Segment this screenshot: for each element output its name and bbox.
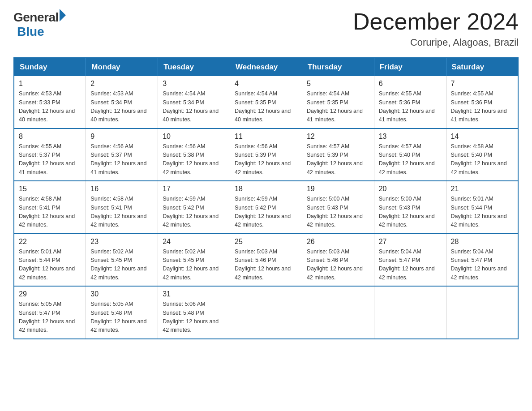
daylight-text: Daylight: 12 hours and 42 minutes. <box>163 318 219 333</box>
daylight-text: Daylight: 12 hours and 42 minutes. <box>379 213 435 228</box>
day-info: Sunrise: 5:01 AM Sunset: 5:44 PM Dayligh… <box>451 195 513 230</box>
calendar-cell: 21 Sunrise: 5:01 AM Sunset: 5:44 PM Dayl… <box>446 181 518 234</box>
daylight-text: Daylight: 12 hours and 42 minutes. <box>90 213 146 228</box>
sunrise-text: Sunrise: 5:00 AM <box>307 196 349 202</box>
day-number: 18 <box>235 185 297 193</box>
day-number: 21 <box>451 185 513 193</box>
sunset-text: Sunset: 5:42 PM <box>235 205 276 211</box>
month-title: December 2024 <box>353 9 519 34</box>
daylight-text: Daylight: 12 hours and 42 minutes. <box>19 265 75 280</box>
sunrise-text: Sunrise: 4:55 AM <box>379 90 421 97</box>
sunrise-text: Sunrise: 4:54 AM <box>235 90 277 97</box>
day-number: 14 <box>451 133 513 141</box>
sunrise-text: Sunrise: 5:02 AM <box>163 248 205 255</box>
sunrise-text: Sunrise: 4:56 AM <box>235 143 277 150</box>
daylight-text: Daylight: 12 hours and 42 minutes. <box>90 265 146 280</box>
sunrise-text: Sunrise: 4:58 AM <box>19 196 61 202</box>
day-info: Sunrise: 4:58 AM Sunset: 5:40 PM Dayligh… <box>451 142 513 177</box>
calendar-week-row: 1 Sunrise: 4:53 AM Sunset: 5:33 PM Dayli… <box>14 76 518 128</box>
calendar-week-row: 29 Sunrise: 5:05 AM Sunset: 5:47 PM Dayl… <box>14 286 518 339</box>
sunset-text: Sunset: 5:47 PM <box>451 257 492 263</box>
calendar-cell: 23 Sunrise: 5:02 AM Sunset: 5:45 PM Dayl… <box>86 234 158 287</box>
calendar-cell: 25 Sunrise: 5:03 AM Sunset: 5:46 PM Dayl… <box>230 234 302 287</box>
day-info: Sunrise: 5:03 AM Sunset: 5:46 PM Dayligh… <box>307 248 369 283</box>
day-info: Sunrise: 4:54 AM Sunset: 5:35 PM Dayligh… <box>235 90 297 124</box>
day-info: Sunrise: 5:05 AM Sunset: 5:47 PM Dayligh… <box>19 300 81 335</box>
day-info: Sunrise: 5:00 AM Sunset: 5:43 PM Dayligh… <box>379 195 442 230</box>
day-number: 28 <box>451 238 513 246</box>
calendar-cell: 13 Sunrise: 4:57 AM Sunset: 5:40 PM Dayl… <box>374 128 446 181</box>
sunrise-text: Sunrise: 4:57 AM <box>307 143 349 150</box>
day-number: 19 <box>307 185 369 193</box>
sunset-text: Sunset: 5:39 PM <box>235 152 276 158</box>
daylight-text: Daylight: 12 hours and 41 minutes. <box>307 108 363 123</box>
sunset-text: Sunset: 5:48 PM <box>90 310 132 316</box>
day-number: 1 <box>19 80 81 88</box>
daylight-text: Daylight: 12 hours and 42 minutes. <box>235 213 291 228</box>
calendar-cell: 17 Sunrise: 4:59 AM Sunset: 5:42 PM Dayl… <box>158 181 230 234</box>
sunset-text: Sunset: 5:34 PM <box>90 99 132 106</box>
sunrise-text: Sunrise: 4:58 AM <box>90 196 133 202</box>
sunrise-text: Sunrise: 4:59 AM <box>163 196 205 202</box>
calendar-cell: 6 Sunrise: 4:55 AM Sunset: 5:36 PM Dayli… <box>374 76 446 128</box>
calendar-cell: 5 Sunrise: 4:54 AM Sunset: 5:35 PM Dayli… <box>302 76 374 128</box>
day-number: 27 <box>379 238 442 246</box>
day-info: Sunrise: 4:56 AM Sunset: 5:38 PM Dayligh… <box>163 142 225 177</box>
day-info: Sunrise: 5:02 AM Sunset: 5:45 PM Dayligh… <box>90 248 153 283</box>
sunset-text: Sunset: 5:33 PM <box>19 99 60 106</box>
calendar-header-wednesday: Wednesday <box>230 58 302 76</box>
day-info: Sunrise: 4:58 AM Sunset: 5:41 PM Dayligh… <box>90 195 153 230</box>
sunrise-text: Sunrise: 4:55 AM <box>19 143 61 150</box>
day-number: 8 <box>19 133 81 141</box>
calendar-cell: 4 Sunrise: 4:54 AM Sunset: 5:35 PM Dayli… <box>230 76 302 128</box>
day-number: 17 <box>163 185 225 193</box>
sunset-text: Sunset: 5:40 PM <box>451 152 492 158</box>
calendar-cell <box>302 286 374 339</box>
day-number: 30 <box>90 290 153 298</box>
day-number: 15 <box>19 185 81 193</box>
calendar-cell: 9 Sunrise: 4:56 AM Sunset: 5:37 PM Dayli… <box>86 128 158 181</box>
sunset-text: Sunset: 5:46 PM <box>307 257 348 263</box>
day-number: 24 <box>163 238 225 246</box>
sunset-text: Sunset: 5:40 PM <box>379 152 420 158</box>
day-number: 7 <box>451 80 513 88</box>
logo-blue-text: Blue <box>17 25 44 39</box>
day-info: Sunrise: 4:57 AM Sunset: 5:39 PM Dayligh… <box>307 142 369 177</box>
calendar-cell: 15 Sunrise: 4:58 AM Sunset: 5:41 PM Dayl… <box>14 181 86 234</box>
sunset-text: Sunset: 5:37 PM <box>19 152 60 158</box>
day-number: 3 <box>163 80 225 88</box>
day-info: Sunrise: 4:57 AM Sunset: 5:40 PM Dayligh… <box>379 142 442 177</box>
calendar-cell: 3 Sunrise: 4:54 AM Sunset: 5:34 PM Dayli… <box>158 76 230 128</box>
day-number: 13 <box>379 133 442 141</box>
location-subtitle: Coruripe, Alagoas, Brazil <box>353 37 519 48</box>
daylight-text: Daylight: 12 hours and 41 minutes. <box>451 108 507 123</box>
calendar-cell: 26 Sunrise: 5:03 AM Sunset: 5:46 PM Dayl… <box>302 234 374 287</box>
day-info: Sunrise: 4:56 AM Sunset: 5:37 PM Dayligh… <box>90 142 153 177</box>
day-info: Sunrise: 5:06 AM Sunset: 5:48 PM Dayligh… <box>163 300 225 335</box>
calendar-cell: 12 Sunrise: 4:57 AM Sunset: 5:39 PM Dayl… <box>302 128 374 181</box>
sunset-text: Sunset: 5:35 PM <box>235 99 276 106</box>
daylight-text: Daylight: 12 hours and 42 minutes. <box>163 265 219 280</box>
day-number: 6 <box>379 80 442 88</box>
day-number: 22 <box>19 238 81 246</box>
day-info: Sunrise: 4:59 AM Sunset: 5:42 PM Dayligh… <box>163 195 225 230</box>
calendar-week-row: 22 Sunrise: 5:01 AM Sunset: 5:44 PM Dayl… <box>14 234 518 287</box>
calendar-cell: 10 Sunrise: 4:56 AM Sunset: 5:38 PM Dayl… <box>158 128 230 181</box>
daylight-text: Daylight: 12 hours and 41 minutes. <box>19 160 75 175</box>
day-number: 12 <box>307 133 369 141</box>
day-info: Sunrise: 5:01 AM Sunset: 5:44 PM Dayligh… <box>19 248 81 283</box>
day-info: Sunrise: 5:00 AM Sunset: 5:43 PM Dayligh… <box>307 195 369 230</box>
sunset-text: Sunset: 5:41 PM <box>19 205 60 211</box>
daylight-text: Daylight: 12 hours and 40 minutes. <box>235 108 291 123</box>
day-number: 20 <box>379 185 442 193</box>
sunrise-text: Sunrise: 4:54 AM <box>307 90 349 97</box>
calendar-cell: 1 Sunrise: 4:53 AM Sunset: 5:33 PM Dayli… <box>14 76 86 128</box>
day-info: Sunrise: 4:56 AM Sunset: 5:39 PM Dayligh… <box>235 142 297 177</box>
day-info: Sunrise: 4:55 AM Sunset: 5:36 PM Dayligh… <box>379 90 442 124</box>
sunset-text: Sunset: 5:36 PM <box>379 99 420 106</box>
calendar-week-row: 8 Sunrise: 4:55 AM Sunset: 5:37 PM Dayli… <box>14 128 518 181</box>
calendar-header-thursday: Thursday <box>302 58 374 76</box>
day-info: Sunrise: 4:59 AM Sunset: 5:42 PM Dayligh… <box>235 195 297 230</box>
calendar-week-row: 15 Sunrise: 4:58 AM Sunset: 5:41 PM Dayl… <box>14 181 518 234</box>
sunset-text: Sunset: 5:43 PM <box>307 205 348 211</box>
